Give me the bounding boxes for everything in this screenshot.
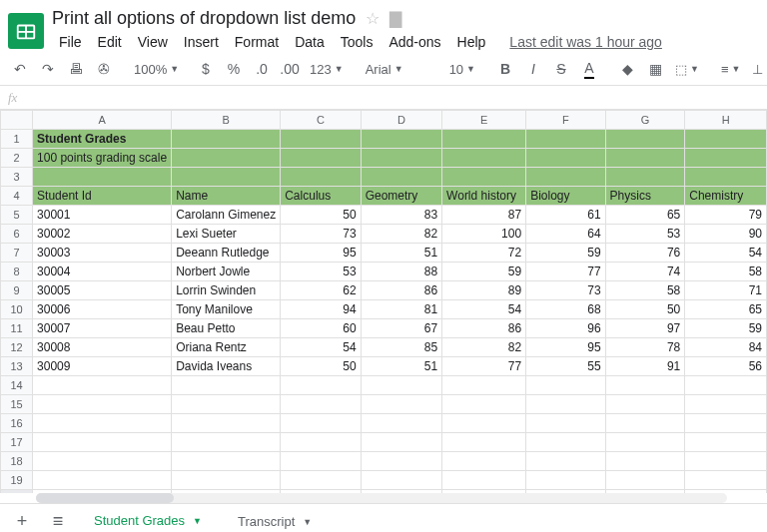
cell[interactable] (685, 376, 767, 395)
cell[interactable] (442, 471, 526, 490)
cell[interactable]: 59 (526, 244, 605, 263)
row-header[interactable]: 3 (1, 168, 33, 187)
cell[interactable] (442, 149, 526, 168)
cell[interactable]: 56 (685, 357, 767, 376)
cell[interactable]: 51 (361, 244, 441, 263)
spreadsheet-grid[interactable]: ABCDEFGH1Student Grades2100 points gradi… (0, 110, 767, 493)
cell[interactable] (442, 452, 526, 471)
row-header[interactable]: 5 (1, 206, 33, 225)
cell[interactable] (685, 433, 767, 452)
cell[interactable] (685, 130, 767, 149)
row-header[interactable]: 19 (1, 471, 33, 490)
menu-view[interactable]: View (131, 31, 175, 53)
cell[interactable] (605, 130, 685, 149)
col-header[interactable]: D (361, 111, 441, 130)
cell[interactable] (361, 433, 441, 452)
cell[interactable]: 30003 (33, 244, 172, 263)
cell[interactable] (172, 414, 281, 433)
cell[interactable]: 64 (526, 225, 605, 244)
cell[interactable]: 83 (361, 206, 441, 225)
cell[interactable]: 72 (442, 244, 526, 263)
col-header[interactable]: C (281, 111, 361, 130)
cell[interactable] (33, 168, 172, 187)
row-header[interactable]: 16 (1, 414, 33, 433)
row-header[interactable]: 11 (1, 319, 33, 338)
cell[interactable]: 91 (605, 357, 685, 376)
cell[interactable] (172, 433, 281, 452)
cell[interactable]: 30009 (33, 357, 172, 376)
cell[interactable]: 50 (605, 300, 685, 319)
doc-title[interactable]: Print all options of dropdown list demo (52, 8, 356, 29)
cell[interactable]: 54 (442, 300, 526, 319)
cell[interactable] (361, 168, 441, 187)
cell[interactable]: 86 (361, 281, 441, 300)
cell[interactable]: 81 (361, 300, 441, 319)
cell[interactable]: World history (442, 187, 526, 206)
cell[interactable]: 100 points grading scale (33, 149, 172, 168)
undo-icon[interactable]: ↶ (8, 56, 32, 82)
cell[interactable] (605, 395, 685, 414)
cell[interactable]: Beau Petto (172, 319, 281, 338)
cell[interactable] (526, 149, 605, 168)
tab-transcript[interactable]: Transcript▼ (224, 504, 326, 533)
percent-icon[interactable]: % (222, 56, 246, 82)
cell[interactable]: 73 (281, 225, 361, 244)
cell[interactable]: 53 (605, 225, 685, 244)
row-header[interactable]: 9 (1, 281, 33, 300)
star-icon[interactable]: ☆ (366, 9, 380, 28)
cell[interactable] (442, 130, 526, 149)
row-header[interactable]: 20 (1, 490, 33, 494)
col-header[interactable]: H (685, 111, 767, 130)
cell[interactable] (281, 452, 361, 471)
cell[interactable] (361, 414, 441, 433)
cell[interactable]: 50 (281, 357, 361, 376)
cell[interactable]: 76 (605, 244, 685, 263)
cell[interactable]: Student Grades (33, 130, 172, 149)
cell[interactable]: 68 (526, 300, 605, 319)
cell[interactable]: 90 (685, 225, 767, 244)
cell[interactable]: 65 (685, 300, 767, 319)
cell[interactable]: 82 (442, 338, 526, 357)
folder-icon[interactable]: ▇ (389, 9, 401, 28)
cell[interactable]: Chemistry (685, 187, 767, 206)
select-all-corner[interactable] (1, 111, 33, 130)
cell[interactable]: 67 (361, 319, 441, 338)
row-header[interactable]: 15 (1, 395, 33, 414)
row-header[interactable]: 8 (1, 263, 33, 281)
cell[interactable]: 30002 (33, 225, 172, 244)
cell[interactable]: 77 (526, 263, 605, 281)
cell[interactable] (442, 395, 526, 414)
row-header[interactable]: 2 (1, 149, 33, 168)
cell[interactable]: Name (172, 187, 281, 206)
cell[interactable]: 60 (281, 319, 361, 338)
cell[interactable] (172, 376, 281, 395)
col-header[interactable]: A (33, 111, 172, 130)
cell[interactable]: 59 (685, 319, 767, 338)
cell[interactable]: Biology (526, 187, 605, 206)
redo-icon[interactable]: ↷ (36, 56, 60, 82)
cell[interactable]: 77 (442, 357, 526, 376)
horizontal-scrollbar[interactable] (36, 493, 727, 503)
cell[interactable] (33, 395, 172, 414)
cell[interactable]: 71 (685, 281, 767, 300)
cell[interactable]: 95 (281, 244, 361, 263)
cell[interactable]: 30006 (33, 300, 172, 319)
menu-tools[interactable]: Tools (334, 31, 381, 53)
col-header[interactable]: B (172, 111, 281, 130)
currency-icon[interactable]: $ (194, 56, 218, 82)
cell[interactable] (281, 130, 361, 149)
col-header[interactable]: E (442, 111, 526, 130)
cell[interactable] (172, 395, 281, 414)
borders-icon[interactable]: ▦ (643, 56, 667, 82)
cell[interactable] (33, 471, 172, 490)
cell[interactable]: 73 (526, 281, 605, 300)
cell[interactable] (526, 376, 605, 395)
italic-icon[interactable]: I (521, 56, 545, 82)
cell[interactable]: 54 (281, 338, 361, 357)
cell[interactable]: Norbert Jowle (172, 263, 281, 281)
cell[interactable]: 82 (361, 225, 441, 244)
cell[interactable]: Calculus (281, 187, 361, 206)
cell[interactable]: 78 (605, 338, 685, 357)
cell[interactable] (685, 395, 767, 414)
menu-help[interactable]: Help (450, 31, 493, 53)
